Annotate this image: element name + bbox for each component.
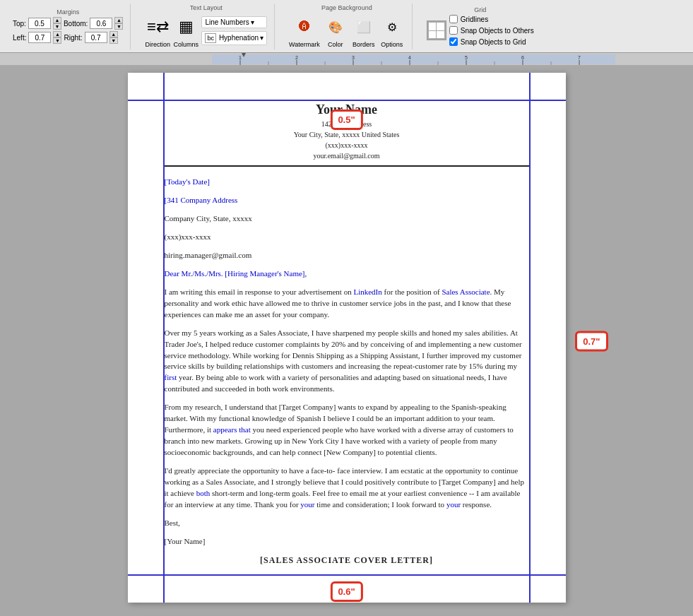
closing: Best, bbox=[165, 518, 529, 529]
bottom-margin-annotation: 0.6" bbox=[330, 581, 362, 602]
company-city-line: Company City, State, xxxxx bbox=[165, 213, 529, 225]
gridlines-preview bbox=[427, 20, 446, 40]
color-label: Color bbox=[328, 41, 343, 48]
borders-button[interactable]: ⬜ Borders bbox=[351, 13, 377, 48]
bottom-margin-input[interactable] bbox=[90, 18, 112, 29]
top-margin-spinner[interactable]: ▲▼ bbox=[53, 17, 61, 30]
text-layout-section: Text Layout ≡⇄ Direction ▦ Columns Line … bbox=[138, 4, 275, 49]
top-label: Top: bbox=[13, 20, 26, 28]
hyphenation-chevron: ▾ bbox=[260, 34, 263, 42]
watermark-icon: 🅐 bbox=[292, 13, 317, 41]
watermark-label: Watermark bbox=[289, 41, 320, 48]
right-margin-spinner[interactable]: ▲▼ bbox=[109, 31, 118, 44]
lr-margin-row: Left: ▲▼ Right: ▲▼ bbox=[13, 31, 123, 44]
main-area: 0.7" "Space Saver" Settings 0.5" 0.7" Yo… bbox=[0, 66, 693, 616]
margin-left-line bbox=[163, 73, 165, 603]
watermark-button[interactable]: 🅐 Watermark bbox=[289, 13, 320, 48]
line-numbers-button[interactable]: Line Numbers ▾ bbox=[201, 16, 267, 28]
gridlines-check-row: Gridlines bbox=[449, 15, 534, 23]
ruler-svg: 1 2 3 4 5 6 7 bbox=[0, 53, 693, 65]
date-block: [Today's Date] [341 Company Address Comp… bbox=[165, 177, 529, 261]
snap-grid-row: Snap Objects to Grid bbox=[449, 37, 534, 46]
top-margin-row: Top: ▲▼ Bottom: ▲▼ bbox=[13, 17, 123, 30]
ruler: 1 2 3 4 5 6 7 bbox=[0, 53, 693, 66]
document-footer: [SALES ASSOCIATE COVER LETTER] bbox=[165, 555, 529, 567]
svg-text:6: 6 bbox=[521, 55, 524, 60]
left-label: Left: bbox=[13, 34, 26, 42]
options-label: Options bbox=[381, 41, 403, 48]
hyphenation-label: Hyphenation bbox=[219, 34, 259, 42]
document-body: [Today's Date] [341 Company Address Comp… bbox=[165, 177, 529, 547]
margins-label: Margins bbox=[13, 8, 123, 16]
svg-text:7: 7 bbox=[578, 55, 581, 60]
paragraph-3: From my research, I understand that [Tar… bbox=[165, 402, 529, 458]
snap-grid-checkbox[interactable] bbox=[449, 37, 458, 46]
margins-section: Margins Top: ▲▼ Bottom: ▲▼ Left: ▲▼ bbox=[6, 4, 131, 49]
name-closing: [Your Name] bbox=[165, 536, 529, 547]
left-margin-input[interactable] bbox=[28, 32, 51, 43]
page-content: Your Name 142 Your Address Your City, St… bbox=[128, 73, 566, 594]
company-email-line: hiring.manager@gmail.com bbox=[165, 250, 529, 261]
text-layout-controls: ≡⇄ Direction ▦ Columns Line Numbers ▾ bc… bbox=[145, 13, 267, 48]
columns-icon: ▦ bbox=[173, 13, 199, 41]
paragraph-4: I'd greatly appreciate the opportunity t… bbox=[165, 466, 529, 511]
company-phone-text: (xxx)xxx-xxxx bbox=[165, 232, 211, 241]
bottom-margin-spinner[interactable]: ▲▼ bbox=[114, 17, 123, 30]
svg-rect-1 bbox=[212, 54, 615, 64]
svg-text:5: 5 bbox=[465, 55, 468, 60]
svg-text:2: 2 bbox=[295, 55, 298, 60]
top-margin-annotation: 0.5" bbox=[330, 109, 362, 130]
grid-checkboxes: Gridlines Snap Objects to Others Snap Ob… bbox=[449, 15, 534, 46]
hyphenation-button[interactable]: bc Hyphenation ▾ bbox=[201, 31, 267, 45]
company-phone-line: (xxx)xxx-xxxx bbox=[165, 232, 529, 243]
snap-others-checkbox[interactable] bbox=[449, 26, 458, 35]
page-background-label: Page Background bbox=[289, 4, 405, 11]
top-margin-input[interactable] bbox=[28, 18, 51, 29]
direction-button[interactable]: ≡⇄ Direction bbox=[145, 13, 170, 48]
options-icon: ⚙ bbox=[379, 13, 405, 41]
columns-label: Columns bbox=[174, 41, 199, 48]
date-text: [Today's Date] bbox=[165, 177, 210, 186]
borders-icon: ⬜ bbox=[351, 13, 377, 41]
bottom-label: Bottom: bbox=[64, 20, 88, 28]
date-line: [Today's Date] bbox=[165, 177, 529, 188]
page-container: 0.5" 0.7" Your Name 142 Your Address You… bbox=[128, 73, 566, 609]
document-page: Your Name 142 Your Address Your City, St… bbox=[128, 73, 566, 603]
left-margin-spinner[interactable]: ▲▼ bbox=[53, 31, 61, 44]
direction-label: Direction bbox=[146, 41, 171, 48]
margin-bottom-line bbox=[128, 574, 566, 576]
salutation-text: Dear Mr./Ms./Mrs. [Hiring Manager's Name… bbox=[165, 269, 307, 278]
color-icon: 🎨 bbox=[323, 13, 348, 41]
svg-text:4: 4 bbox=[408, 55, 411, 60]
salutation: Dear Mr./Ms./Mrs. [Hiring Manager's Name… bbox=[165, 268, 529, 280]
line-numbers-chevron: ▾ bbox=[251, 18, 254, 26]
color-button[interactable]: 🎨 Color bbox=[323, 13, 348, 48]
page-background-controls: 🅐 Watermark 🎨 Color ⬜ Borders ⚙ Options bbox=[289, 13, 405, 48]
toolbar: Margins Top: ▲▼ Bottom: ▲▼ Left: ▲▼ bbox=[0, 0, 693, 53]
top-margin-value: 0.5" bbox=[338, 114, 355, 125]
grid-section: Grid Gridlines Snap Objects to Others bbox=[420, 4, 541, 49]
grid-label: Grid bbox=[427, 6, 534, 13]
right-margin-input[interactable] bbox=[85, 32, 107, 43]
snap-others-label: Snap Objects to Others bbox=[461, 27, 534, 35]
right-margin-value: 0.7" bbox=[583, 336, 600, 346]
direction-icon: ≡⇄ bbox=[145, 13, 170, 41]
bc-label: bc bbox=[205, 33, 216, 43]
right-margin-annotation: 0.7" bbox=[575, 331, 608, 351]
svg-text:1: 1 bbox=[239, 55, 242, 60]
gridlines-row: Gridlines Snap Objects to Others Snap Ob… bbox=[427, 15, 534, 46]
company-city-text: Company City, State, xxxxx bbox=[165, 214, 252, 223]
company-address-text: [341 Company Address bbox=[165, 196, 238, 204]
line-numbers-label: Line Numbers bbox=[205, 18, 249, 26]
margin-right-line bbox=[529, 73, 531, 603]
columns-button[interactable]: ▦ Columns bbox=[173, 13, 199, 48]
bottom-margin-value: 0.6" bbox=[338, 586, 355, 597]
text-layout-label: Text Layout bbox=[145, 4, 267, 11]
paragraph-1: I am writing this email in response to y… bbox=[165, 287, 529, 321]
grid-controls: Gridlines Snap Objects to Others Snap Ob… bbox=[427, 15, 534, 46]
gridlines-checkbox[interactable] bbox=[449, 15, 458, 23]
margin-top-line bbox=[128, 100, 566, 101]
options-button[interactable]: ⚙ Options bbox=[379, 13, 405, 48]
paragraph-2: Over my 5 years working as a Sales Assoc… bbox=[165, 328, 529, 396]
company-address-line: [341 Company Address bbox=[165, 195, 529, 206]
